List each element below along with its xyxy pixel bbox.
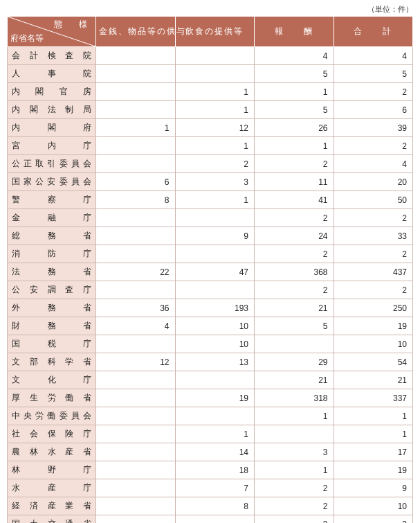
cell-value <box>96 281 176 299</box>
row-name: 国土交通省 <box>8 515 96 524</box>
row-name: 文部科学省 <box>8 353 96 371</box>
cell-value: 5 <box>255 317 334 335</box>
cell-value <box>96 137 176 155</box>
row-name: 法務省 <box>8 263 96 281</box>
cell-value: 47 <box>175 263 255 281</box>
cell-value: 3 <box>255 443 334 461</box>
cell-value: 8 <box>175 497 255 515</box>
cell-value <box>175 65 255 83</box>
cell-value: 29 <box>255 353 334 371</box>
cell-value <box>96 425 176 443</box>
corner-top-label: 態 様 <box>54 19 91 30</box>
cell-value: 2 <box>255 281 334 299</box>
cell-value <box>96 497 176 515</box>
cell-value: 1 <box>175 83 255 101</box>
cell-value <box>96 155 176 173</box>
row-name: 内閣府 <box>8 119 96 137</box>
cell-value: 24 <box>255 227 334 245</box>
table-row: 中央労働委員会11 <box>8 407 413 425</box>
cell-value: 50 <box>334 191 413 209</box>
table-row: 公正取引委員会224 <box>8 155 413 173</box>
table-row: 内閣法制局156 <box>8 101 413 119</box>
cell-value: 6 <box>334 101 413 119</box>
cell-value <box>175 515 255 524</box>
data-table: 態 様 府省名等 金銭、物品等の供与 飲食の提供等 報 酬 合 計 会計検査院4… <box>7 16 413 523</box>
cell-value: 250 <box>334 299 413 317</box>
cell-value: 21 <box>334 371 413 389</box>
cell-value: 368 <box>255 263 334 281</box>
cell-value: 318 <box>255 389 334 407</box>
cell-value <box>96 83 176 101</box>
cell-value: 8 <box>96 191 176 209</box>
cell-value: 1 <box>334 407 413 425</box>
cell-value: 39 <box>334 119 413 137</box>
cell-value: 5 <box>255 101 334 119</box>
table-row: 総務省92433 <box>8 227 413 245</box>
cell-value <box>96 461 176 479</box>
table-row: 金融庁22 <box>8 209 413 227</box>
cell-value <box>96 371 176 389</box>
cell-value: 4 <box>255 47 334 65</box>
row-name: 国税庁 <box>8 335 96 353</box>
cell-value: 2 <box>255 209 334 227</box>
cell-value <box>175 245 255 263</box>
col-header: 報 酬 <box>255 17 334 47</box>
row-name: 公正取引委員会 <box>8 155 96 173</box>
cell-value: 19 <box>334 317 413 335</box>
cell-value: 12 <box>96 353 176 371</box>
cell-value: 19 <box>334 461 413 479</box>
cell-value <box>96 101 176 119</box>
cell-value: 9 <box>334 479 413 497</box>
cell-value: 22 <box>96 263 176 281</box>
cell-value <box>255 425 334 443</box>
corner-bottom-label: 府省名等 <box>10 33 44 44</box>
table-row: 内閣官房112 <box>8 83 413 101</box>
row-name: 文化庁 <box>8 371 96 389</box>
cell-value <box>175 407 255 425</box>
table-row: 外務省3619321250 <box>8 299 413 317</box>
table-row: 会計検査院44 <box>8 47 413 65</box>
row-name: 人事院 <box>8 65 96 83</box>
table-row: 法務省2247368437 <box>8 263 413 281</box>
cell-value: 1 <box>255 137 334 155</box>
table-row: 社会保険庁11 <box>8 425 413 443</box>
cell-value <box>96 479 176 497</box>
table-row: 国税庁1010 <box>8 335 413 353</box>
header-corner: 態 様 府省名等 <box>8 17 96 47</box>
table-row: 公安調査庁22 <box>8 281 413 299</box>
row-name: 公安調査庁 <box>8 281 96 299</box>
cell-value: 1 <box>334 425 413 443</box>
row-name: 内閣法制局 <box>8 101 96 119</box>
row-name: 消防庁 <box>8 245 96 263</box>
cell-value: 3 <box>175 173 255 191</box>
cell-value: 2 <box>175 155 255 173</box>
row-name: 金融庁 <box>8 209 96 227</box>
cell-value: 13 <box>175 353 255 371</box>
row-name: 宮内庁 <box>8 137 96 155</box>
table-row: 林野庁18119 <box>8 461 413 479</box>
cell-value <box>175 371 255 389</box>
header-row: 態 様 府省名等 金銭、物品等の供与 飲食の提供等 報 酬 合 計 <box>8 17 413 47</box>
cell-value: 14 <box>175 443 255 461</box>
cell-value: 19 <box>175 389 255 407</box>
cell-value: 26 <box>255 119 334 137</box>
cell-value: 41 <box>255 191 334 209</box>
row-name: 厚生労働省 <box>8 389 96 407</box>
cell-value <box>96 515 176 524</box>
row-name: 中央労働委員会 <box>8 407 96 425</box>
cell-value: 1 <box>175 101 255 119</box>
table-row: 国土交通省33 <box>8 515 413 524</box>
cell-value <box>175 281 255 299</box>
cell-value: 1 <box>255 461 334 479</box>
col-header: 飲食の提供等 <box>175 17 255 47</box>
row-name: 警察庁 <box>8 191 96 209</box>
row-name: 水産庁 <box>8 479 96 497</box>
cell-value: 1 <box>96 119 176 137</box>
table-row: 文部科学省12132954 <box>8 353 413 371</box>
cell-value: 18 <box>175 461 255 479</box>
row-name: 農林水産省 <box>8 443 96 461</box>
table-row: 人事院55 <box>8 65 413 83</box>
row-name: 会計検査院 <box>8 47 96 65</box>
cell-value <box>96 335 176 353</box>
cell-value: 12 <box>175 119 255 137</box>
